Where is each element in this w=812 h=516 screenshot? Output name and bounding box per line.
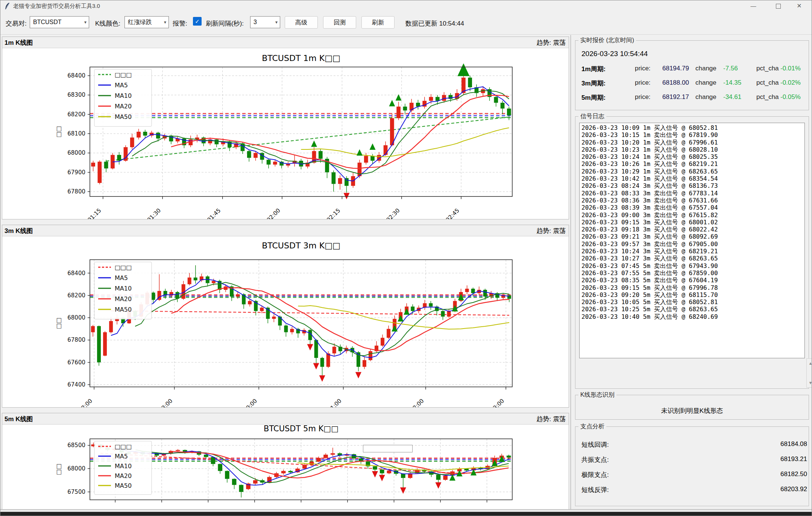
pivot-row: 极限支点:68182.50 (581, 470, 807, 479)
quote-field: price: (635, 65, 651, 72)
backtest-button[interactable]: 回测 (323, 16, 356, 29)
svg-text:□□: □□ (55, 464, 62, 475)
pivot-row: 短线反弹:68203.92 (581, 486, 807, 494)
panel-5m-trend: 趋势: 震荡 (537, 415, 566, 423)
quote-group: 实时报价 (北京时间) 2026-03-23 10:54:44 1m周期:pri… (575, 40, 809, 110)
chart-title: BTCUSDT 3m K□□ (262, 241, 340, 250)
log-entry: 2026-03-23 09:57 3m 卖出信号 @ 67905.00 (581, 240, 804, 248)
panel-3m-trend: 趋势: 震荡 (537, 227, 566, 235)
log-entry: 2026-03-23 10:25 5m 买入信号 @ 68263.65 (581, 306, 804, 313)
chart-canvas-1: 68400682006800067800676006740022:0023:00… (2, 236, 569, 407)
svg-text:67900: 67900 (67, 169, 85, 176)
svg-text:67500: 67500 (67, 489, 85, 495)
sell-signal-icon (372, 471, 378, 478)
quote-field: change (695, 93, 716, 101)
quote-field: price: (635, 79, 651, 87)
pattern-group: K线形态识别 未识别到明显K线形态 (575, 395, 809, 420)
kline-color-select[interactable]: 红涨绿跌 ▾ (124, 16, 169, 28)
svg-text:MA50: MA50 (115, 482, 132, 489)
pattern-group-title: K线形态识别 (578, 391, 616, 399)
svg-text:01:15: 01:15 (86, 207, 102, 219)
log-entry: 2026-03-23 08:35 5m 卖出信号 @ 67604.19 (581, 277, 804, 284)
maximize-button[interactable] (770, 0, 787, 12)
quote-field: 68188.00 (662, 79, 689, 87)
svg-text:67800: 67800 (67, 188, 85, 195)
close-button[interactable]: ✕ (791, 0, 808, 12)
sell-signal-icon (355, 372, 361, 378)
advanced-button[interactable]: 高级 (285, 16, 318, 29)
refresh-button[interactable]: 刷新 (361, 16, 395, 29)
minimize-button[interactable]: — (745, 0, 762, 12)
chart-canvas-2: 685006800067500000000000□□BTCUSDT 5m K□□… (2, 425, 569, 511)
log-entry: 2026-03-23 07:55 5m 卖出信号 @ 67859.00 (581, 269, 804, 277)
quote-row-3m: 3m周期:price:68188.00change-14.35pct_cha-0… (581, 79, 807, 88)
svg-text:MA20: MA20 (115, 295, 132, 303)
updated-status: 数据已更新 10:54:44 (405, 19, 464, 28)
feather-icon (4, 2, 11, 10)
log-entry: 2026-03-23 09:18 3m 买入信号 @ 68022.42 (581, 226, 804, 233)
scroll-up-icon[interactable]: ▲ (807, 361, 812, 365)
alarm-label: 报警: (173, 19, 187, 28)
log-entry: 2026-03-23 10:24 1m 买入信号 @ 68025.35 (581, 153, 804, 160)
pivot-label: 短线反弹: (581, 486, 609, 493)
chart-3m-figure: 68400682006800067800676006740022:0023:00… (2, 236, 569, 407)
chart-legend: □□□MA5MA10MA20MA50 (94, 262, 152, 319)
scroll-down-icon[interactable]: ▼ (807, 381, 812, 385)
kline-color-value: 红涨绿跌 (128, 19, 152, 25)
pivot-label: 短线回调: (581, 441, 609, 448)
buy-signal-icon (311, 140, 317, 147)
window-title: 老猫专业加密货币交易分析工具3.0 (13, 3, 100, 10)
log-entry: 2026-03-23 09:15 3m 买入信号 @ 68001.02 (581, 219, 804, 226)
bottom-bar (0, 512, 812, 516)
chart-1m-figure: 6840068300682006810068000679006780001:15… (2, 48, 569, 219)
pivot-value: 68203.92 (780, 486, 807, 493)
buy-signal-icon (389, 100, 395, 107)
vertical-separator (571, 35, 571, 510)
pivot-row: 共振支点:68193.21 (581, 455, 807, 464)
svg-text:MA20: MA20 (115, 472, 132, 479)
signal-log-list[interactable]: 2026-03-23 10:09 1m 买入信号 @ 68052.812026-… (579, 123, 805, 358)
maximize-icon (776, 4, 781, 9)
alarm-checkbox[interactable]: ✓ (193, 17, 202, 26)
log-entry: 2026-03-23 08:33 3m 卖出信号 @ 67783.14 (581, 190, 804, 197)
log-entry: 2026-03-23 09:15 5m 买入信号 @ 67996.78 (581, 284, 804, 291)
log-entry: 2026-03-23 09:00 3m 卖出信号 @ 67615.82 (581, 212, 804, 219)
chart-legend: □□□MA5MA10MA20MA50 (94, 69, 152, 126)
quote-row-1m: 1m周期:price:68194.79change-7.56pct_cha-0.… (581, 65, 807, 74)
svg-text:02:00: 02:00 (409, 397, 425, 407)
buy-signal-icon (357, 149, 363, 155)
quote-field: pct_cha (756, 65, 779, 72)
svg-text:□□: □□ (55, 318, 62, 329)
svg-text:01:30: 01:30 (146, 207, 162, 219)
sell-signal-icon (379, 475, 385, 481)
svg-text:67800: 67800 (67, 336, 85, 343)
chevron-down-icon: ▾ (275, 17, 278, 28)
quote-time: 2026-03-23 10:54:44 (581, 50, 648, 58)
svg-text:68200: 68200 (67, 292, 85, 299)
quote-field: change (695, 65, 716, 72)
interval-select[interactable]: 3 ▾ (250, 16, 280, 28)
svg-text:□□□: □□□ (115, 71, 132, 78)
log-scrollbar[interactable]: ▲ ▼ (806, 358, 812, 388)
pair-select[interactable]: BTCUSDT ▾ (30, 16, 89, 28)
chart-canvas-0: 6840068300682006810068000679006780001:15… (2, 48, 569, 219)
pattern-message: 未识别到明显K线形态 (575, 406, 809, 415)
panel-1m: 1m K线图 趋势: 震荡 68400683006820068100680006… (2, 37, 569, 219)
quote-field: 68194.79 (662, 65, 689, 72)
svg-text:22:00: 22:00 (77, 397, 94, 407)
buy-signal-icon (457, 63, 469, 76)
quote-field: change (695, 79, 716, 87)
svg-text:MA50: MA50 (115, 113, 132, 120)
svg-text:02:45: 02:45 (445, 207, 461, 219)
quote-group-title: 实时报价 (北京时间) (578, 37, 636, 44)
app-window: 老猫专业加密货币交易分析工具3.0 — ✕ 交易对: BTCUSDT ▾ K线颜… (0, 0, 812, 516)
quote-field: -7.56 (723, 65, 738, 72)
pivot-label: 极限支点: (581, 471, 609, 478)
quote-field: -34.61 (723, 93, 741, 101)
pair-label: 交易对: (6, 19, 27, 28)
right-panel: 实时报价 (北京时间) 2026-03-23 10:54:44 1m周期:pri… (572, 35, 812, 516)
svg-text:68400: 68400 (67, 72, 85, 79)
log-entry: 2026-03-23 08:36 3m 卖出信号 @ 67631.66 (581, 197, 804, 204)
panel-3m-header: 3m K线图 趋势: 震荡 (2, 225, 569, 236)
quote-row-5m: 5m周期:price:68192.17change-34.61pct_cha-0… (581, 93, 807, 102)
